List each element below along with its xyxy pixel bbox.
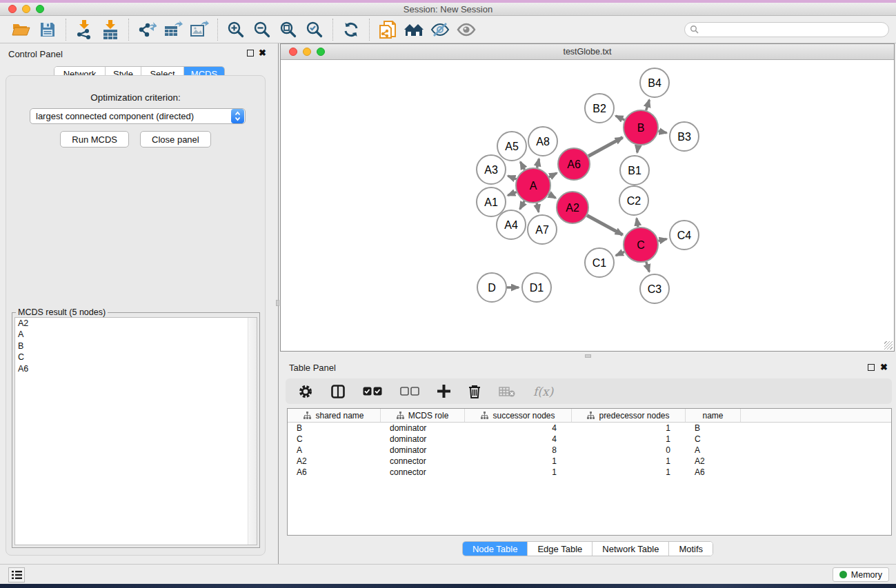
table-cell[interactable]: B [686, 423, 741, 434]
column-layout-icon[interactable] [331, 385, 345, 398]
mcds-result-item[interactable]: A2 [15, 318, 257, 329]
table-row[interactable]: A6connector11A6 [288, 467, 891, 478]
mcds-result-item[interactable]: B [15, 341, 257, 352]
table-row[interactable]: Cdominator41C [288, 434, 891, 445]
close-table-panel-icon[interactable]: ✖ [880, 362, 888, 372]
search-input[interactable] [701, 25, 888, 34]
settings-gear-icon[interactable] [298, 384, 313, 399]
tab-motifs[interactable]: Motifs [669, 542, 713, 556]
table-cell[interactable]: A2 [288, 456, 381, 467]
graph-edge-C-C3[interactable] [646, 262, 649, 272]
table-cell[interactable]: connector [381, 467, 465, 478]
network-from-document-icon[interactable] [375, 18, 401, 41]
table-cell[interactable]: 1 [465, 456, 572, 467]
graph-edge-A-A8[interactable] [537, 159, 539, 168]
column-header-successor-nodes[interactable]: successor nodes [465, 409, 572, 422]
search-field[interactable] [684, 22, 889, 37]
graph-edge-B-B4[interactable] [646, 100, 650, 110]
task-history-button[interactable] [8, 567, 25, 582]
network-canvas[interactable]: B4B2BB3A5A8A6A3B1AA1C2A2A4A7C4CC1C3DD1 [281, 60, 894, 351]
export-image-icon[interactable] [186, 18, 212, 41]
deselect-all-checkboxes-icon[interactable] [400, 387, 419, 396]
run-mcds-button[interactable]: Run MCDS [60, 131, 129, 148]
graph-edge-C-C2[interactable] [637, 219, 638, 227]
table-cell[interactable]: 0 [572, 445, 686, 456]
table-row[interactable]: A2connector11A2 [288, 456, 891, 467]
float-table-panel-icon[interactable] [868, 364, 875, 371]
table-cell[interactable]: 4 [465, 434, 572, 445]
mcds-result-item[interactable]: A [15, 329, 257, 340]
table-cell[interactable]: C [288, 434, 381, 445]
select-all-checkboxes-icon[interactable] [363, 387, 382, 396]
table-cell[interactable]: 8 [465, 445, 572, 456]
graph-edge-B-B1[interactable] [637, 145, 639, 153]
resize-grip-icon[interactable] [884, 341, 893, 349]
graph-edge-A-A4[interactable] [520, 201, 525, 210]
mcds-result-item[interactable]: C [15, 352, 257, 363]
open-file-icon[interactable] [8, 18, 34, 41]
float-panel-icon[interactable] [247, 50, 254, 57]
table-cell[interactable]: A [288, 445, 381, 456]
tab-edge-table[interactable]: Edge Table [528, 542, 593, 556]
export-table-icon[interactable] [160, 18, 186, 41]
table-cell[interactable]: A [686, 445, 741, 456]
zoom-out-icon[interactable] [249, 18, 275, 41]
graph-edge-A-A7[interactable] [537, 203, 539, 212]
graph-edge-A2-C[interactable] [587, 215, 623, 234]
column-header-MCDS-role[interactable]: MCDS role [381, 409, 465, 422]
export-network-icon[interactable] [134, 18, 160, 41]
save-session-icon[interactable] [34, 18, 61, 41]
refresh-layout-icon[interactable] [338, 18, 364, 41]
close-panel-button[interactable]: Close panel [140, 131, 211, 148]
column-header-shared-name[interactable]: shared name [288, 409, 381, 422]
delete-column-icon[interactable] [468, 385, 481, 398]
memory-button[interactable]: Memory [833, 567, 889, 582]
table-cell[interactable]: 1 [572, 456, 686, 467]
graph-edge-A-A6[interactable] [549, 173, 557, 177]
node-table[interactable]: shared nameMCDS rolesuccessor nodesprede… [287, 408, 892, 536]
table-cell[interactable]: C [686, 434, 741, 445]
graph-edge-A6-B[interactable] [588, 137, 623, 156]
table-row[interactable]: Bdominator41B [288, 423, 891, 434]
table-cell[interactable]: 4 [465, 423, 572, 434]
import-table-icon[interactable] [97, 18, 123, 41]
tab-node-table[interactable]: Node Table [463, 542, 528, 556]
zoom-selected-icon[interactable] [301, 18, 328, 41]
table-cell[interactable]: 1 [572, 467, 686, 478]
table-cell[interactable]: A2 [686, 456, 741, 467]
import-network-icon[interactable] [71, 18, 97, 41]
mcds-result-list[interactable]: A2ABCA6 [14, 317, 257, 545]
graph-edge-C-C1[interactable] [616, 252, 624, 255]
graph-edge-A-A3[interactable] [508, 176, 516, 179]
tab-network-table[interactable]: Network Table [593, 542, 669, 556]
table-cell[interactable]: A6 [288, 467, 381, 478]
list-scrollbar[interactable] [248, 318, 257, 545]
table-cell[interactable]: dominator [381, 423, 465, 434]
zoom-in-icon[interactable] [223, 18, 249, 41]
graph-edge-A-A1[interactable] [508, 192, 517, 196]
table-cell[interactable]: B [288, 423, 381, 434]
graph-edge-C-C4[interactable] [658, 239, 666, 241]
table-row[interactable]: Adominator80A [288, 445, 891, 456]
graph-edge-B-B3[interactable] [658, 131, 666, 132]
table-cell[interactable]: 1 [572, 434, 686, 445]
mcds-result-item[interactable]: A6 [15, 363, 257, 374]
add-column-icon[interactable] [437, 385, 450, 398]
table-cell[interactable]: dominator [381, 445, 465, 456]
network-window-titlebar[interactable]: testGlobe.txt [281, 44, 894, 60]
show-details-eye-icon[interactable] [453, 18, 479, 41]
table-cell[interactable]: 1 [465, 467, 572, 478]
graph-edge-A-A5[interactable] [520, 162, 524, 170]
column-header-predecessor-nodes[interactable]: predecessor nodes [572, 409, 686, 422]
vertical-splitter-grip[interactable] [276, 300, 279, 306]
table-cell[interactable]: dominator [381, 434, 465, 445]
close-panel-icon[interactable]: ✖ [259, 48, 266, 58]
zoom-fit-icon[interactable] [275, 18, 301, 41]
home-icon[interactable] [401, 18, 427, 41]
optimization-criterion-dropdown[interactable]: largest connected component (directed) [30, 108, 246, 124]
graph-edge-A-A2[interactable] [549, 194, 556, 199]
graph-edge-B-B2[interactable] [616, 116, 625, 120]
table-cell[interactable]: connector [381, 456, 465, 467]
table-cell[interactable]: A6 [686, 467, 741, 478]
hide-details-eye-slash-icon[interactable] [427, 18, 453, 41]
